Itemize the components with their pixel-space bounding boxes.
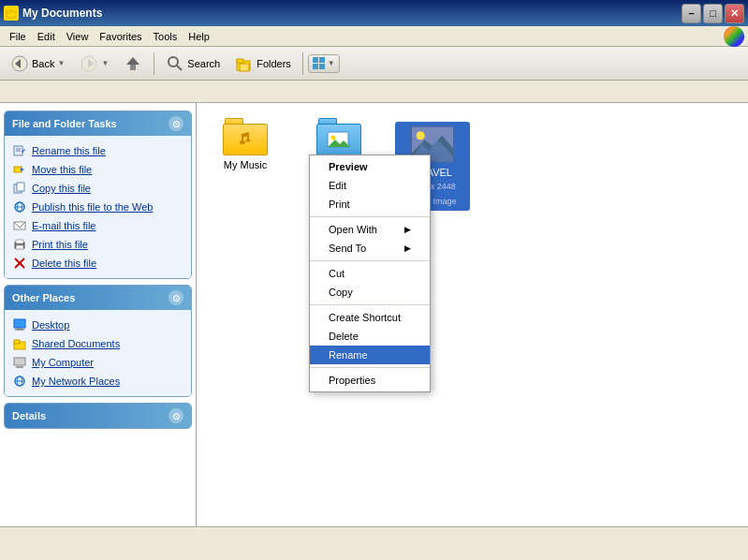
sidebar-item-desktop[interactable]: Desktop [8, 316, 187, 334]
separator-2 [302, 52, 303, 75]
window-title: My Documents [22, 7, 682, 20]
sidebar-item-print-label: Print this file [32, 239, 88, 250]
publish-icon [12, 199, 27, 214]
desktop-icon [12, 317, 27, 332]
ctx-item-properties[interactable]: Properties [310, 371, 430, 390]
window-controls: – □ ✕ [682, 4, 744, 23]
move-icon [12, 162, 27, 177]
panel-file-folder-tasks-header[interactable]: File and Folder Tasks ⊙ [5, 111, 191, 136]
minimize-button[interactable]: – [682, 4, 701, 23]
sidebar-item-my-computer-label: My Computer [32, 357, 94, 368]
delete-icon [12, 256, 27, 271]
ctx-edit-label: Edit [329, 180, 346, 191]
views-button[interactable]: ▼ [308, 54, 340, 73]
collapse-icon-2: ⊙ [169, 290, 183, 305]
my-computer-icon [12, 355, 27, 370]
app-icon [4, 6, 19, 21]
sidebar-item-email[interactable]: E-mail this file [8, 216, 187, 235]
ctx-item-cut[interactable]: Cut [310, 264, 430, 283]
ctx-item-edit[interactable]: Edit [310, 176, 430, 195]
sidebar-item-move-label: Move this file [32, 164, 92, 175]
panel-other-places-content: Desktop Shared Documents [5, 310, 191, 396]
menu-tools[interactable]: Tools [148, 29, 183, 44]
forward-button[interactable]: ▼ [73, 51, 115, 77]
folders-label: Folders [257, 58, 291, 69]
main-layout: File and Folder Tasks ⊙ Rename this file [0, 103, 748, 526]
search-button[interactable]: Search [159, 51, 227, 77]
ctx-item-preview[interactable]: Preview [310, 157, 430, 176]
sidebar-item-desktop-label: Desktop [32, 319, 69, 331]
back-icon [10, 54, 29, 73]
sidebar-item-network[interactable]: My Network Places [8, 372, 187, 391]
panel-other-places-title: Other Places [12, 292, 75, 303]
status-bar [0, 526, 748, 545]
sidebar-item-network-label: My Network Places [32, 376, 120, 387]
ctx-item-open-with[interactable]: Open With ▶ [310, 220, 430, 239]
ctx-item-send-to[interactable]: Send To ▶ [310, 239, 430, 258]
svg-point-49 [417, 131, 425, 140]
folders-button[interactable]: Folders [228, 51, 298, 77]
svg-rect-11 [237, 59, 243, 63]
menu-favorites[interactable]: Favorites [94, 29, 147, 44]
ctx-item-delete[interactable]: Delete [310, 327, 430, 346]
svg-point-42 [246, 140, 251, 142]
svg-rect-17 [14, 167, 22, 172]
sidebar-item-rename[interactable]: Rename this file [8, 141, 187, 160]
email-icon [12, 218, 27, 233]
rename-icon [12, 143, 27, 158]
panel-details-header[interactable]: Details ⊙ [5, 404, 191, 428]
svg-rect-1 [7, 10, 11, 13]
forward-icon [80, 54, 98, 73]
sidebar-item-delete[interactable]: Delete this file [8, 254, 187, 273]
sidebar-item-my-computer[interactable]: My Computer [8, 353, 187, 372]
ctx-item-print[interactable]: Print [310, 195, 430, 214]
sidebar-item-publish[interactable]: Publish this file to the Web [8, 198, 187, 216]
close-button[interactable]: ✕ [725, 4, 744, 23]
menu-file[interactable]: File [4, 29, 32, 44]
ctx-send-to-arrow: ▶ [404, 243, 411, 253]
ctx-create-shortcut-label: Create Shortcut [329, 312, 401, 323]
sidebar-item-email-label: E-mail this file [32, 220, 95, 231]
up-button[interactable] [117, 51, 149, 77]
folders-icon [235, 54, 254, 73]
search-label: Search [187, 58, 220, 69]
file-item-my-music[interactable]: My Music [208, 114, 283, 211]
sidebar-item-rename-label: Rename this file [32, 145, 106, 156]
menu-help[interactable]: Help [183, 29, 215, 44]
svg-point-44 [331, 136, 336, 140]
sidebar-item-shared-docs[interactable]: Shared Documents [8, 334, 187, 353]
up-icon [124, 54, 142, 73]
panel-file-folder-tasks: File and Folder Tasks ⊙ Rename this file [4, 111, 192, 279]
file-grid: My Music My Pictures [208, 114, 737, 211]
ctx-item-create-shortcut[interactable]: Create Shortcut [310, 308, 430, 327]
ctx-separator-4 [310, 367, 430, 368]
svg-rect-12 [240, 64, 249, 71]
ctx-item-copy[interactable]: Copy [310, 283, 430, 302]
sidebar-item-print[interactable]: Print this file [8, 235, 187, 254]
menu-edit[interactable]: Edit [32, 29, 61, 44]
forward-arrow: ▼ [101, 59, 109, 67]
menu-bar: File Edit View Favorites Tools Help [0, 26, 748, 47]
sidebar-item-shared-docs-label: Shared Documents [32, 338, 120, 349]
sidebar-item-delete-label: Delete this file [32, 258, 96, 269]
maximize-button[interactable]: □ [703, 4, 723, 23]
back-button[interactable]: Back ▼ [4, 51, 71, 77]
ctx-print-label: Print [329, 199, 350, 210]
sidebar-item-move[interactable]: Move this file [8, 160, 187, 179]
toolbar: Back ▼ ▼ Search [0, 47, 748, 81]
menu-view[interactable]: View [61, 29, 95, 44]
panel-other-places: Other Places ⊙ Desktop [4, 285, 192, 397]
ctx-open-with-arrow: ▶ [404, 225, 411, 234]
collapse-icon-3: ⊙ [169, 408, 183, 423]
panel-other-places-header[interactable]: Other Places ⊙ [5, 286, 191, 310]
svg-rect-35 [14, 358, 25, 365]
ctx-separator-1 [310, 216, 430, 217]
sidebar-item-copy-label: Copy this file [32, 183, 91, 194]
panel-file-folder-tasks-content: Rename this file Move this file [5, 136, 191, 278]
sidebar-item-copy[interactable]: Copy this file [8, 179, 187, 198]
ctx-item-rename[interactable]: Rename [310, 346, 430, 364]
ctx-delete-label: Delete [329, 331, 359, 342]
svg-rect-20 [17, 183, 24, 191]
search-icon [166, 54, 184, 73]
my-music-folder-icon [223, 118, 268, 155]
